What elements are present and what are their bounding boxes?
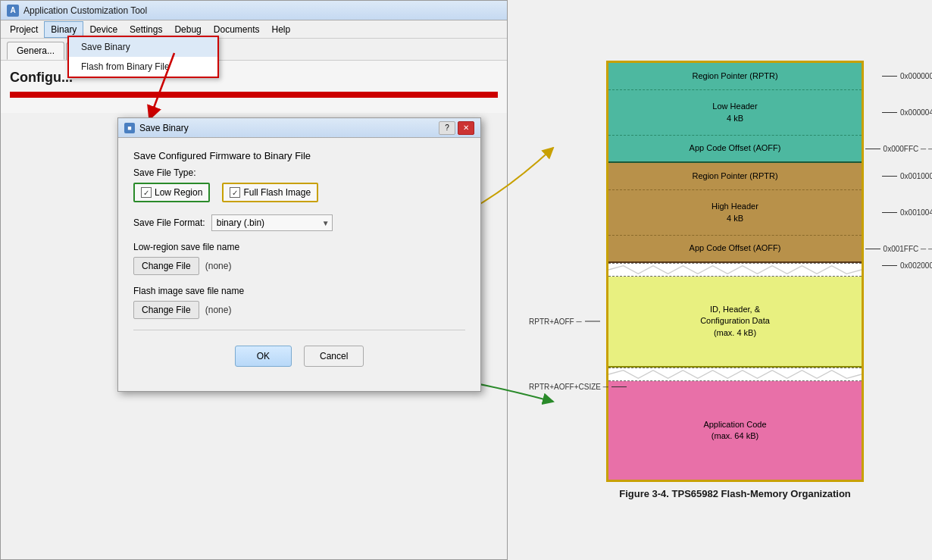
flash-image-file-row: Change File (none) [133, 301, 465, 319]
dropdown-save-binary[interactable]: Save Binary [69, 37, 217, 57]
diagram-container: Region Pointer (RPTR) 0x000000 Low Heade… [606, 61, 864, 482]
zigzag-separator-1 [608, 263, 862, 277]
flash-image-file-none: (none) [205, 305, 232, 315]
zigzag-separator-2 [608, 368, 862, 381]
app-code-offset-aoff-2: App Code Offset (AOFF) [690, 242, 781, 254]
application-code: Application Code(max. 64 kB) [703, 419, 766, 443]
dialog-subtitle: Save Configured Firmware to Binary File [133, 150, 465, 161]
format-row: Save File Format: binary (.bin) Intel HE… [133, 214, 465, 231]
low-region-checkbox-icon: ✓ [141, 187, 152, 198]
low-region-checkbox-box[interactable]: ✓ Low Region [133, 183, 210, 202]
app-title: Application Customization Tool [23, 5, 147, 16]
high-header: High Header4 kB [712, 201, 758, 224]
flash-diagram: Region Pointer (RPTR) 0x000000 Low Heade… [546, 61, 924, 499]
low-header: Low Header4 kB [712, 101, 757, 124]
dialog-title-bar: ■ Save Binary ? ✕ [118, 118, 480, 138]
addr-0x001000: 0x001000 [882, 172, 932, 180]
save-binary-dialog: ■ Save Binary ? ✕ Save Configured Firmwa… [117, 117, 481, 392]
addr-rptr-aoff-csize: RPTR+AOFF+CSIZE ─ [529, 383, 627, 391]
full-flash-checkbox-icon: ✓ [230, 187, 240, 198]
dropdown-menu: Save Binary Flash from Binary File [67, 36, 219, 78]
full-flash-checkbox-box[interactable]: ✓ Full Flash Image [222, 183, 318, 202]
app-icon: A [7, 5, 19, 17]
format-label: Save File Format: [133, 217, 205, 228]
low-region-label: Low Region [155, 187, 202, 198]
addr-0x002000: 0x002000 [882, 261, 932, 270]
addr-0x000004: 0x000004 [882, 108, 932, 117]
addr-0x000000: 0x000000 [882, 72, 932, 80]
dialog-help-button[interactable]: ? [439, 121, 455, 135]
addr-0x000FFC: 0x000FFC ─ ─ [865, 145, 932, 153]
menu-help[interactable]: Help [266, 21, 297, 38]
format-select-wrapper[interactable]: binary (.bin) Intel HEX (.hex) Motorola … [211, 214, 333, 231]
menu-project[interactable]: Project [4, 21, 44, 38]
flash-image-change-file-button[interactable]: Change File [133, 301, 199, 319]
dropdown-flash-binary[interactable]: Flash from Binary File [69, 57, 217, 77]
low-region-change-file-button[interactable]: Change File [133, 257, 199, 275]
dialog-footer: OK Cancel [133, 338, 465, 379]
region-pointer-rptr-2: Region Pointer (RPTR) [692, 171, 777, 182]
tab-general[interactable]: Genera... [7, 42, 64, 60]
title-bar: A Application Customization Tool [1, 1, 507, 20]
addr-rptr-aoff: RPTR+AOFF ─ [529, 318, 600, 326]
ok-button[interactable]: OK [235, 346, 292, 367]
dialog-controls: ? ✕ [439, 121, 474, 135]
dialog-close-button[interactable]: ✕ [458, 121, 474, 135]
addr-0x001FFC: 0x001FFC ─ ─ [865, 245, 932, 253]
addr-0x001004: 0x001004 [882, 208, 932, 217]
low-region-file-label: Low-region save file name [133, 242, 465, 252]
dialog-title: Save Binary [139, 123, 189, 133]
low-region-file-row: Change File (none) [133, 257, 465, 275]
region-pointer-rptr-1: Region Pointer (RPTR) [692, 70, 777, 82]
cancel-button[interactable]: Cancel [304, 346, 364, 367]
app-code-offset-aoff-1: App Code Offset (AOFF) [690, 142, 781, 154]
dialog-divider [133, 330, 465, 330]
flash-image-file-section: Flash image save file name Change File (… [133, 286, 465, 319]
full-flash-label: Full Flash Image [243, 187, 311, 198]
low-region-file-section: Low-region save file name Change File (n… [133, 242, 465, 275]
dialog-icon: ■ [124, 123, 135, 133]
dialog-body: Save Configured Firmware to Binary File … [118, 138, 480, 391]
diagram-title: Figure 3-4. TPS65982 Flash-Memory Organi… [606, 488, 864, 499]
flash-image-file-label: Flash image save file name [133, 286, 465, 296]
checkbox-group: ✓ Low Region ✓ Full Flash Image [133, 183, 465, 202]
id-header-config: ID, Header, &Configuration Data(max. 4 k… [700, 304, 770, 339]
low-region-file-none: (none) [205, 261, 232, 271]
red-bar [10, 92, 498, 98]
save-file-type-label: Save File Type: [133, 167, 465, 178]
format-select[interactable]: binary (.bin) Intel HEX (.hex) Motorola … [211, 214, 333, 231]
